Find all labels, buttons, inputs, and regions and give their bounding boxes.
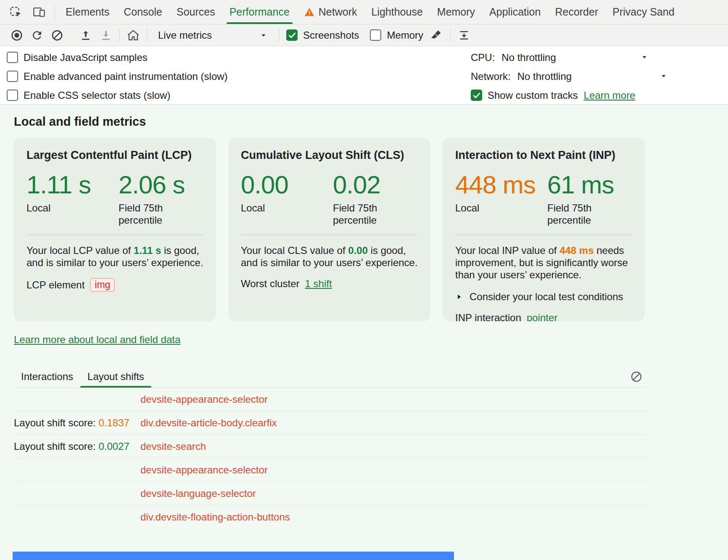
- show-custom-tracks-toggle[interactable]: Show custom tracks: [471, 86, 578, 105]
- expand-triangle-icon: [455, 293, 463, 301]
- cpu-throttling-select[interactable]: CPU: No throttling: [471, 48, 665, 67]
- lcp-field-value: 2.06 s: [119, 172, 194, 198]
- score-cell: Layout shift score: 0.1837: [14, 417, 140, 429]
- card-title: Largest Contentful Paint (LCP): [26, 149, 203, 162]
- tab-console[interactable]: Console: [116, 0, 169, 24]
- custom-tracks-learn-more-link[interactable]: Learn more: [584, 90, 636, 101]
- disable-js-samples-label: Disable JavaScript samples: [24, 52, 148, 63]
- tab-performance[interactable]: Performance: [222, 0, 297, 24]
- show-custom-tracks-label: Show custom tracks: [488, 90, 578, 101]
- clear-log-button[interactable]: [630, 370, 643, 383]
- node-link[interactable]: div.devsite-floating-action-buttons: [140, 511, 290, 523]
- tab-privacy-sandbox[interactable]: Privacy Sand: [605, 0, 681, 24]
- layout-shift-row: devsite-appearance-selector: [14, 388, 647, 411]
- divider: [147, 29, 147, 42]
- device-toolbar-icon[interactable]: [30, 3, 48, 21]
- advanced-paint-checkbox[interactable]: [7, 71, 18, 82]
- node-link[interactable]: devsite-appearance-selector: [140, 394, 268, 405]
- lcp-element-link[interactable]: img: [90, 278, 115, 292]
- worst-cluster-link[interactable]: 1 shift: [305, 278, 332, 290]
- show-custom-tracks-row: Show custom tracks Learn more: [471, 86, 665, 105]
- tab-interactions[interactable]: Interactions: [14, 366, 80, 387]
- chevron-down-icon: [259, 31, 268, 40]
- network-throttling-value: No throttling: [517, 71, 572, 82]
- card-title: Cumulative Layout Shift (CLS): [241, 149, 418, 162]
- inp-interaction-label: INP interaction: [455, 312, 521, 321]
- local-field-learn-more-link[interactable]: Learn more about local and field data: [14, 334, 180, 346]
- screenshots-checkbox-row[interactable]: Screenshots: [286, 29, 359, 41]
- local-test-conditions-expander[interactable]: Consider your local test conditions: [455, 291, 632, 303]
- tab-layout-shifts[interactable]: Layout shifts: [80, 366, 151, 387]
- tab-elements[interactable]: Elements: [58, 0, 116, 24]
- tab-memory[interactable]: Memory: [430, 0, 482, 24]
- lcp-element-label: LCP element: [26, 279, 84, 291]
- cls-field-value: 0.02: [333, 172, 409, 198]
- history-dropdown[interactable]: Live metrics: [155, 27, 272, 44]
- cls-description: Your local CLS value of 0.00 is good, an…: [241, 244, 418, 269]
- node-link[interactable]: div.devsite-article-body.clearfix: [140, 417, 277, 429]
- tab-network[interactable]: Network: [297, 0, 364, 24]
- lcp-description: Your local LCP value of 1.11 s is good, …: [26, 244, 203, 269]
- worst-cluster-label: Worst cluster: [241, 278, 300, 290]
- tabbar-icon-group: [0, 0, 51, 24]
- lcp-local-value: 1.11 s: [26, 172, 119, 198]
- score-cell: Layout shift score: 0.0027: [14, 441, 140, 452]
- field-label: Field 75th percentile: [547, 202, 623, 226]
- memory-checkbox[interactable]: [370, 29, 381, 41]
- clear-button[interactable]: [47, 26, 67, 45]
- record-and-reload-button[interactable]: [27, 26, 47, 45]
- inspect-element-icon[interactable]: [7, 3, 24, 21]
- screenshots-label: Screenshots: [303, 29, 359, 41]
- throttling-settings: CPU: No throttling Network: No throttlin…: [471, 48, 665, 105]
- disable-js-samples-checkbox[interactable]: [7, 52, 18, 63]
- capture-settings-icon[interactable]: [454, 26, 474, 45]
- divider: [241, 235, 418, 235]
- page-title: Local and field metrics: [14, 115, 728, 129]
- inp-interaction-link[interactable]: pointer: [527, 312, 557, 321]
- layout-shift-row: Layout shift score: 0.0027 devsite-searc…: [14, 435, 647, 458]
- tab-lighthouse[interactable]: Lighthouse: [364, 0, 430, 24]
- network-label: Network:: [471, 71, 511, 82]
- expander-label: Consider your local test conditions: [470, 291, 623, 303]
- css-selector-stats-checkbox[interactable]: [7, 90, 18, 101]
- live-metrics-log: Interactions Layout shifts devsite-appea…: [14, 366, 647, 529]
- card-title: Interaction to Next Paint (INP): [455, 149, 632, 162]
- layout-shift-row: Layout shift score: 0.1837 div.devsite-a…: [14, 411, 647, 435]
- memory-label: Memory: [387, 29, 423, 41]
- show-custom-tracks-checkbox[interactable]: [471, 90, 482, 101]
- tab-sources[interactable]: Sources: [169, 0, 222, 24]
- tab-application[interactable]: Application: [482, 0, 548, 24]
- home-button[interactable]: [123, 26, 143, 45]
- performance-toolbar: Live metrics Screenshots Memory: [0, 24, 728, 46]
- field-label: Field 75th percentile: [333, 202, 409, 226]
- capture-settings-pane: Disable JavaScript samples Enable advanc…: [0, 46, 728, 105]
- warning-icon: [304, 7, 315, 18]
- cls-local-value: 0.00: [241, 172, 333, 198]
- network-throttling-select[interactable]: Network: No throttling: [471, 67, 665, 86]
- css-selector-stats-label: Enable CSS selector stats (slow): [24, 90, 170, 101]
- save-profile-button[interactable]: [96, 26, 116, 45]
- inp-field-value: 61 ms: [547, 172, 623, 198]
- layout-shift-row: devsite-appearance-selector: [14, 458, 647, 482]
- live-metrics-view: Local and field metrics Largest Contentf…: [0, 105, 728, 560]
- tab-label: Network: [319, 6, 357, 18]
- divider: [55, 5, 55, 19]
- devtools-tabbar: Elements Console Sources Performance Net…: [0, 0, 728, 24]
- history-dropdown-value: Live metrics: [158, 29, 212, 41]
- load-profile-button[interactable]: [76, 26, 96, 45]
- inp-local-value: 448 ms: [455, 172, 547, 198]
- bottom-blue-strip: [13, 552, 454, 560]
- node-link[interactable]: devsite-appearance-selector: [140, 464, 268, 476]
- memory-checkbox-row[interactable]: Memory: [370, 29, 423, 41]
- divider: [455, 235, 632, 235]
- tab-recorder[interactable]: Recorder: [548, 0, 605, 24]
- local-label: Local: [455, 202, 547, 214]
- metric-card-lcp: Largest Contentful Paint (LCP) 1.11 s Lo…: [14, 138, 216, 321]
- node-link[interactable]: devsite-language-selector: [140, 488, 256, 499]
- screenshots-checkbox[interactable]: [286, 29, 298, 41]
- node-link[interactable]: devsite-search: [140, 441, 206, 452]
- chevron-down-icon: [640, 53, 649, 64]
- inp-description: Your local INP value of 448 ms needs imp…: [455, 244, 632, 281]
- record-button[interactable]: [7, 26, 27, 45]
- collect-garbage-icon[interactable]: [427, 26, 447, 45]
